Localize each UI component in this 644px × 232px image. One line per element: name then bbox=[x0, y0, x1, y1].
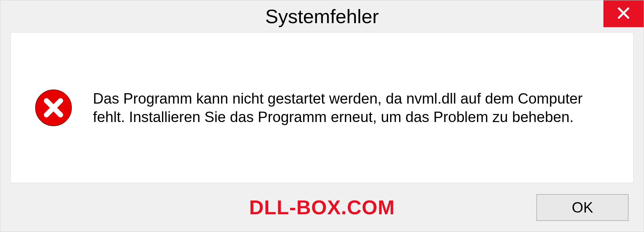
dialog-footer: DLL-BOX.COM OK bbox=[0, 183, 644, 232]
error-dialog: Systemfehler Das Programm kann nicht ges… bbox=[0, 0, 644, 232]
error-message: Das Programm kann nicht gestartet werden… bbox=[93, 89, 610, 126]
error-icon bbox=[34, 89, 73, 127]
titlebar: Systemfehler bbox=[0, 0, 644, 32]
watermark-text: DLL-BOX.COM bbox=[249, 196, 395, 219]
content-area: Das Programm kann nicht gestartet werden… bbox=[10, 32, 634, 183]
close-icon bbox=[617, 6, 630, 21]
ok-button[interactable]: OK bbox=[536, 194, 629, 221]
close-button[interactable] bbox=[603, 0, 644, 27]
dialog-title: Systemfehler bbox=[265, 5, 379, 27]
